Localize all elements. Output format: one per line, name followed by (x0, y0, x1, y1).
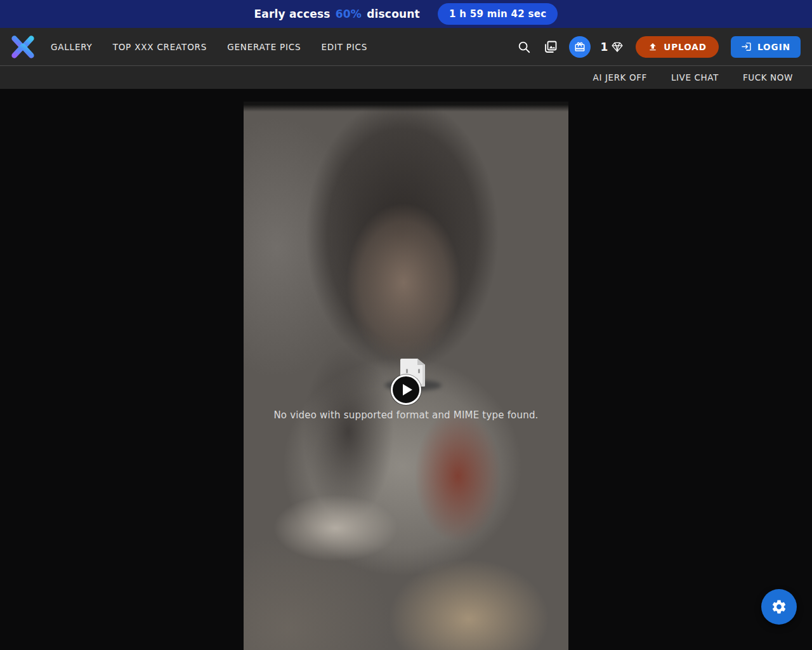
file-eye-left (406, 369, 408, 373)
credits-count: 1 (600, 41, 608, 53)
x-knot-logo-icon (10, 34, 36, 60)
subnav-link-live-chat[interactable]: LIVE CHAT (671, 72, 719, 83)
video-error-message: No video with supported format and MIME … (244, 409, 568, 421)
gift-button[interactable] (569, 36, 591, 58)
main-navbar: GALLERY TOP XXX CREATORS GENERATE PICS E… (0, 28, 812, 65)
promo-text-prefix: Early access (254, 8, 331, 20)
promo-text-suffix: discount (367, 8, 420, 20)
secondary-navbar: AI JERK OFF LIVE CHAT FUCK NOW (0, 65, 812, 89)
promo-text: Early access 60% discount (254, 8, 420, 20)
video-player[interactable]: No video with supported format and MIME … (244, 102, 568, 650)
search-icon (517, 40, 531, 54)
primary-nav-links: GALLERY TOP XXX CREATORS GENERATE PICS E… (51, 42, 367, 52)
subnav-link-ai-jerk-off[interactable]: AI JERK OFF (593, 72, 647, 83)
countdown-timer: 1 h 59 min 42 sec (438, 3, 558, 25)
play-icon (403, 384, 412, 395)
gift-icon (574, 41, 586, 53)
upload-button[interactable]: UPLOAD (636, 36, 719, 58)
my-gallery-button[interactable] (542, 38, 560, 56)
gear-icon (771, 599, 787, 615)
photos-icon (543, 39, 558, 55)
site-logo[interactable] (9, 33, 37, 61)
search-button[interactable] (516, 39, 532, 55)
nav-actions: 1 UPLOAD (516, 36, 801, 58)
promo-discount-value: 60% (334, 8, 363, 20)
settings-fab-button[interactable] (761, 589, 797, 625)
login-button[interactable]: LOGIN (731, 36, 801, 58)
login-icon (741, 41, 752, 52)
promo-banner: Early access 60% discount 1 h 59 min 42 … (0, 0, 812, 28)
upload-icon (648, 42, 658, 52)
nav-link-edit-pics[interactable]: EDIT PICS (321, 42, 367, 52)
upload-button-label: UPLOAD (664, 42, 707, 52)
nav-link-gallery[interactable]: GALLERY (51, 42, 93, 52)
nav-link-generate-pics[interactable]: GENERATE PICS (227, 42, 301, 52)
gem-icon (611, 41, 624, 53)
credits-balance: 1 (600, 41, 624, 53)
nav-link-top-xxx-creators[interactable]: TOP XXX CREATORS (113, 42, 207, 52)
subnav-link-fuck-now[interactable]: FUCK NOW (743, 72, 793, 83)
login-button-label: LOGIN (757, 42, 790, 52)
file-eye-right (418, 369, 420, 373)
play-button[interactable] (391, 375, 421, 405)
